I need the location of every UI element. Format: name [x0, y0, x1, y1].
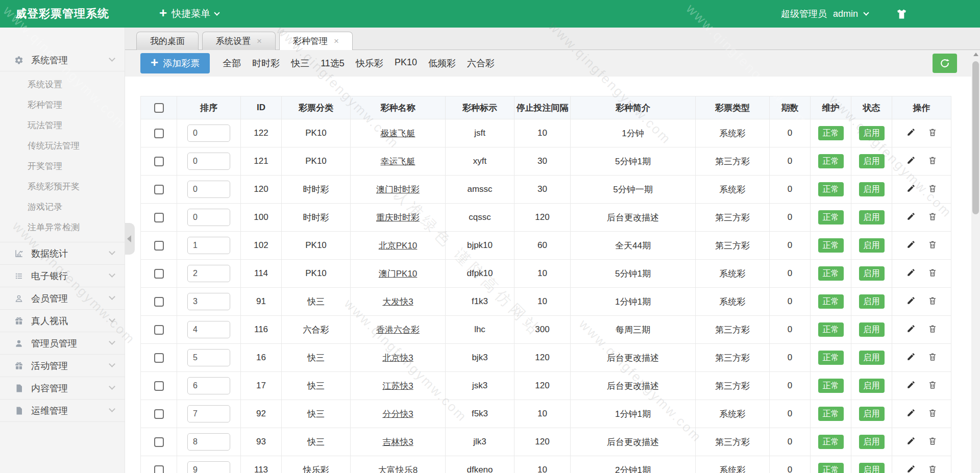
sidebar-section[interactable]: 电子银行	[0, 264, 125, 287]
edit-pencil-icon[interactable]	[906, 240, 916, 249]
filter-link[interactable]: 低频彩	[423, 57, 461, 69]
row-checkbox[interactable]	[154, 353, 164, 363]
edit-pencil-icon[interactable]	[906, 352, 916, 361]
maintain-badge[interactable]: 正常	[818, 435, 844, 449]
row-checkbox[interactable]	[154, 241, 164, 251]
lottery-name-link[interactable]: 北京快3	[382, 353, 413, 363]
sidebar-subitem[interactable]: 注单异常检测	[0, 217, 125, 238]
sort-input[interactable]	[187, 377, 230, 394]
sidebar-section[interactable]: 数据统计	[0, 242, 125, 264]
status-badge[interactable]: 启用	[859, 435, 885, 449]
lottery-name-link[interactable]: 江苏快3	[382, 381, 413, 391]
sidebar-subitem[interactable]: 系统彩预开奖	[0, 177, 125, 197]
status-badge[interactable]: 启用	[859, 210, 885, 225]
refresh-button[interactable]	[933, 54, 957, 73]
edit-pencil-icon[interactable]	[906, 156, 916, 165]
row-checkbox[interactable]	[154, 213, 164, 222]
add-lottery-button[interactable]: 添加彩票	[140, 53, 210, 73]
scrollbar-thumb[interactable]	[972, 61, 979, 214]
lottery-name-link[interactable]: 澳门PK10	[379, 269, 418, 279]
delete-trash-icon[interactable]	[928, 128, 937, 137]
delete-trash-icon[interactable]	[928, 436, 937, 445]
row-checkbox[interactable]	[154, 381, 164, 391]
maintain-badge[interactable]: 正常	[818, 182, 844, 196]
edit-pencil-icon[interactable]	[906, 296, 916, 305]
edit-pencil-icon[interactable]	[906, 268, 916, 277]
sort-input[interactable]	[187, 349, 230, 366]
lottery-name-link[interactable]: 吉林快3	[382, 437, 413, 447]
lottery-name-link[interactable]: 分分快3	[382, 409, 413, 419]
sidebar-section[interactable]: 内容管理	[0, 377, 125, 399]
maintain-badge[interactable]: 正常	[818, 266, 844, 281]
delete-trash-icon[interactable]	[928, 380, 937, 389]
edit-pencil-icon[interactable]	[906, 380, 916, 389]
row-checkbox[interactable]	[154, 185, 164, 194]
status-badge[interactable]: 启用	[859, 379, 885, 393]
tab-close-icon[interactable]	[334, 37, 339, 45]
sort-input[interactable]	[187, 209, 230, 226]
delete-trash-icon[interactable]	[928, 240, 937, 249]
lottery-name-link[interactable]: 幸运飞艇	[381, 157, 415, 166]
delete-trash-icon[interactable]	[928, 184, 937, 193]
status-badge[interactable]: 启用	[859, 154, 885, 168]
sort-input[interactable]	[187, 153, 230, 170]
sidebar-section[interactable]: 会员管理	[0, 287, 125, 309]
sidebar-section[interactable]: 运维管理	[0, 399, 125, 421]
sidebar-section[interactable]: 管理员管理	[0, 332, 125, 354]
row-checkbox[interactable]	[154, 437, 164, 447]
delete-trash-icon[interactable]	[928, 296, 937, 305]
lottery-name-link[interactable]: 澳门时时彩	[376, 185, 420, 194]
username-menu[interactable]: admin	[833, 9, 858, 19]
row-checkbox[interactable]	[154, 465, 164, 473]
tab-close-icon[interactable]	[257, 37, 262, 45]
sort-input[interactable]	[187, 433, 230, 451]
sort-input[interactable]	[187, 321, 230, 338]
maintain-badge[interactable]: 正常	[818, 154, 844, 168]
theme-tshirt-icon[interactable]	[896, 8, 908, 20]
sidebar-subitem[interactable]: 游戏记录	[0, 197, 125, 217]
maintain-badge[interactable]: 正常	[818, 294, 844, 309]
sort-input[interactable]	[187, 265, 230, 282]
edit-pencil-icon[interactable]	[906, 184, 916, 193]
select-all-checkbox[interactable]	[154, 103, 164, 113]
delete-trash-icon[interactable]	[928, 268, 937, 277]
scrollbar-up-arrow[interactable]	[971, 50, 980, 59]
sidebar-section[interactable]: 活动管理	[0, 354, 125, 377]
row-checkbox[interactable]	[154, 129, 164, 138]
edit-pencil-icon[interactable]	[906, 324, 916, 333]
maintain-badge[interactable]: 正常	[818, 463, 844, 473]
maintain-badge[interactable]: 正常	[818, 351, 844, 365]
status-badge[interactable]: 启用	[859, 463, 885, 473]
sidebar-subitem[interactable]: 开奖管理	[0, 156, 125, 177]
delete-trash-icon[interactable]	[928, 324, 937, 333]
row-checkbox[interactable]	[154, 325, 164, 335]
sort-input[interactable]	[187, 125, 230, 142]
sidebar-collapse-handle[interactable]	[125, 223, 135, 255]
row-checkbox[interactable]	[154, 297, 164, 307]
sort-input[interactable]	[187, 237, 230, 254]
edit-pencil-icon[interactable]	[906, 464, 916, 473]
delete-trash-icon[interactable]	[928, 212, 937, 221]
sort-input[interactable]	[187, 181, 230, 198]
filter-link[interactable]: 时时彩	[247, 57, 285, 69]
filter-link[interactable]: 全部	[217, 57, 247, 69]
status-badge[interactable]: 启用	[859, 351, 885, 365]
row-checkbox[interactable]	[154, 157, 164, 166]
delete-trash-icon[interactable]	[928, 408, 937, 417]
sidebar-section[interactable]: 真人视讯	[0, 309, 125, 332]
status-badge[interactable]: 启用	[859, 238, 885, 253]
row-checkbox[interactable]	[154, 269, 164, 279]
edit-pencil-icon[interactable]	[906, 128, 916, 137]
delete-trash-icon[interactable]	[928, 464, 937, 473]
sidebar-section-system[interactable]: 系统管理	[0, 49, 125, 71]
status-badge[interactable]: 启用	[859, 126, 885, 140]
sidebar-subitem[interactable]: 系统设置	[0, 74, 125, 95]
tab[interactable]: 系统设置	[202, 32, 276, 50]
lottery-name-link[interactable]: 极速飞艇	[381, 129, 415, 138]
sidebar-subitem[interactable]: 彩种管理	[0, 95, 125, 115]
sidebar-subitem[interactable]: 玩法管理	[0, 115, 125, 136]
row-checkbox[interactable]	[154, 409, 164, 419]
edit-pencil-icon[interactable]	[906, 212, 916, 221]
lottery-name-link[interactable]: 大发快3	[382, 297, 413, 307]
sidebar-subitem[interactable]: 传统玩法管理	[0, 136, 125, 156]
